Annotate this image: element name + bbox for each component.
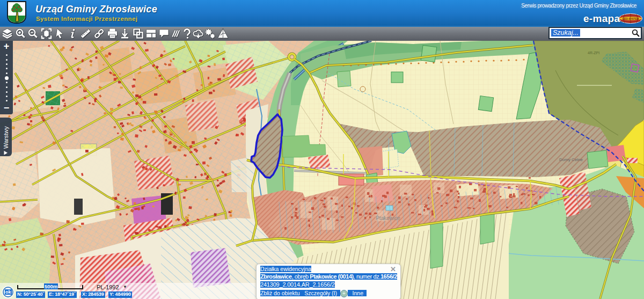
svg-text:Ptakowice: Ptakowice — [376, 215, 400, 221]
svg-text:GEO-SYSTEM: GEO-SYSTEM — [623, 18, 639, 20]
svg-text:Domy Celne: Domy Celne — [559, 157, 583, 162]
svg-text:Warstwy: Warstwy — [3, 126, 9, 149]
svg-text:4R-ZPI: 4R-ZPI — [588, 51, 599, 55]
